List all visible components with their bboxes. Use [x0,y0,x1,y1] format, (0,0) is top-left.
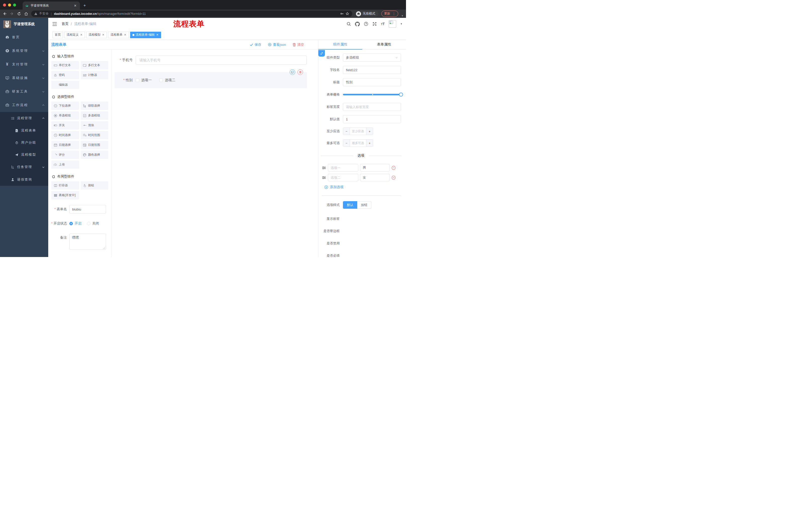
component-item-time-picker[interactable]: 时间选择 [51,131,79,139]
tag-process-form[interactable]: 流程表单✕ [108,32,128,38]
form-grid-slider[interactable] [343,90,401,99]
component-item-switch[interactable]: 开关 [51,121,79,130]
component-item-upload[interactable]: 上传 [51,160,79,169]
component-item-single-line-text[interactable]: 单行文本 [51,61,79,70]
default-value-input[interactable] [343,115,401,123]
component-item-rate[interactable]: 评分 [51,151,79,159]
sidebar-item-process-model[interactable]: 流程模型 [0,148,48,161]
checkbox-option-2[interactable]: 选项二 [159,78,175,82]
sidebar-item-payment[interactable]: ¥ 支付管理 [0,58,48,71]
stepper-minus-button[interactable]: − [343,128,350,135]
url-bar[interactable]: 不安全 | dashboard.yudao.iocoder.cn/bpm/man… [31,10,352,17]
slider-track[interactable] [343,94,401,95]
sidebar-item-user-group[interactable]: 用户分组 [0,137,48,148]
sidebar-item-leave-query[interactable]: 请假查询 [0,173,48,186]
canvas-field-phone[interactable]: 手机号 [115,56,307,64]
sidebar-item-home[interactable]: 首页 [0,30,48,44]
sidebar-item-task-manage[interactable]: 任务管理 [0,161,48,173]
stepper-minus-button[interactable]: − [343,140,350,146]
option-1-label-input[interactable] [328,164,358,171]
field-name-input[interactable] [343,66,401,74]
tag-close-icon[interactable]: ✕ [102,33,105,36]
form-name-input[interactable] [69,205,106,214]
sidebar-item-process-form[interactable]: 流程表单 [0,125,48,137]
back-icon[interactable] [2,11,7,16]
component-item-color-picker[interactable]: 颜色选择 [81,151,109,159]
component-item-date-picker[interactable]: 日期选择 [51,141,79,149]
close-window-button[interactable] [3,3,6,6]
drag-handle-icon[interactable] [322,176,326,180]
avatar-caret-icon[interactable]: ▼ [400,23,403,25]
style-button-button[interactable]: 按钮 [357,201,371,209]
option-2-value-input[interactable] [360,174,390,181]
tag-process-model[interactable]: 流程模型✕ [86,32,107,38]
component-item-time-range[interactable]: 时间范围 [81,131,109,139]
form-canvas[interactable]: 手机号 [112,50,318,257]
security-label[interactable]: 不安全 [39,11,49,16]
reload-icon[interactable] [17,12,21,16]
component-item-editor[interactable]: 编辑器 [51,81,79,89]
remove-option-button[interactable] [392,166,396,170]
view-json-button[interactable]: 查看json [268,43,286,47]
canvas-field-gender-selected[interactable]: 性别 选项一 选项二 [115,72,307,88]
component-type-select[interactable]: 多选框组 [343,54,401,62]
sidebar-item-process-manage[interactable]: 流程管理 [0,112,48,125]
tag-process-definition[interactable]: 流程定义✕ [64,32,85,38]
delete-field-button[interactable] [297,70,303,75]
component-item-table[interactable]: 表格[开发中] [51,191,79,199]
sidebar-item-workflow[interactable]: 工作流程 [0,98,48,112]
help-icon[interactable] [364,22,368,26]
new-tab-button[interactable]: + [80,3,89,9]
sidebar-toggle-icon[interactable] [52,22,57,26]
github-icon[interactable] [355,22,360,26]
component-item-password[interactable]: 密码 [51,71,79,79]
sidebar-item-system[interactable]: 系统管理 [0,44,48,58]
bookmark-star-icon[interactable] [345,12,349,16]
browser-menu-dots-icon[interactable]: ⋮ [393,12,396,16]
sidebar-item-infrastructure[interactable]: 基础设施 [0,71,48,85]
phone-input[interactable] [136,56,307,64]
sidebar-logo[interactable]: 芋道管理系统 [0,18,48,30]
tag-close-icon[interactable]: ✕ [80,33,83,36]
avatar[interactable] [389,20,396,28]
option-2-label-input[interactable] [328,174,358,181]
add-option-button[interactable]: 添加选项 [324,185,401,189]
update-button[interactable]: 更新 ⋮ [381,10,399,17]
radio-closed[interactable]: 关闭 [87,221,99,226]
style-default-button[interactable]: 默认 [343,201,357,209]
component-item-counter[interactable]: 123 计数器 [81,71,109,79]
component-item-multi-line-text[interactable]: 多行文本 [81,61,109,70]
component-item-select[interactable]: 下拉选择 [51,102,79,110]
tag-close-icon[interactable]: ✕ [124,33,126,36]
tag-process-form-edit[interactable]: 流程表单-编辑✕ [130,32,161,38]
breadcrumb-home[interactable]: 首页 [62,22,68,26]
tag-close-icon[interactable]: ✕ [156,33,159,36]
remove-option-button[interactable] [392,175,396,180]
home-icon[interactable] [24,12,28,16]
drag-handle-icon[interactable] [322,166,326,170]
tab-close-icon[interactable]: ✕ [73,4,77,7]
password-key-icon[interactable] [340,12,344,16]
min-select-input[interactable] [350,128,366,135]
zoom-window-button[interactable] [13,3,16,6]
component-item-slider[interactable]: 滑块 [81,121,109,130]
stepper-plus-button[interactable]: + [366,140,373,146]
form-remark-textarea[interactable]: 嘿嘿 [69,234,106,250]
tab-form-props[interactable]: 表单属性 [362,40,406,49]
label-width-input[interactable] [343,103,401,111]
tab-component-props[interactable]: 组件属性 [318,40,362,49]
browser-tab[interactable]: 芋道管理系统 ✕ [23,1,80,9]
downloads-caret-icon[interactable]: ▼ [401,15,404,18]
component-item-radio-group[interactable]: 单选框组 [51,111,79,120]
fullscreen-icon[interactable] [372,22,377,26]
checkbox-option-1[interactable]: 选项一 [136,78,152,82]
component-item-row-container[interactable]: 行容器 [51,181,79,190]
stepper-plus-button[interactable]: + [366,128,373,135]
copy-field-button[interactable] [290,70,295,75]
slider-handle[interactable] [399,92,403,97]
component-item-button[interactable]: 按钮 [81,181,109,190]
font-size-icon[interactable]: TT [381,22,385,26]
clear-button[interactable]: 清空 [292,43,304,47]
checkbox-box[interactable] [136,78,139,82]
option-1-value-input[interactable] [360,164,390,171]
